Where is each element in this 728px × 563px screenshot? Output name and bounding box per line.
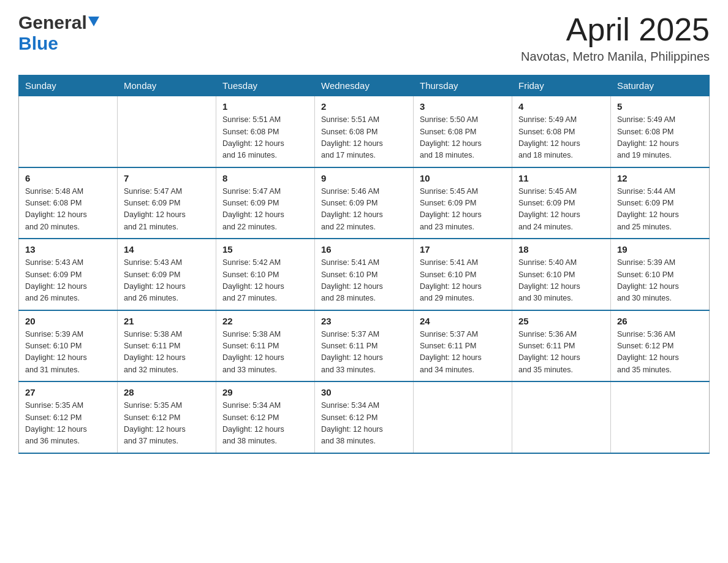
calendar-cell: 7Sunrise: 5:47 AMSunset: 6:09 PMDaylight… (118, 167, 216, 239)
calendar-body: 1Sunrise: 5:51 AMSunset: 6:08 PMDaylight… (19, 96, 710, 453)
calendar-cell (512, 381, 611, 453)
day-number: 29 (222, 387, 308, 397)
day-info: Sunrise: 5:37 AMSunset: 6:11 PMDaylight:… (420, 329, 506, 377)
header-friday: Friday (512, 75, 611, 96)
day-info: Sunrise: 5:38 AMSunset: 6:11 PMDaylight:… (222, 329, 308, 377)
page-subtitle: Navotas, Metro Manila, Philippines (521, 50, 710, 64)
logo-triangle-icon (88, 17, 99, 29)
day-info: Sunrise: 5:34 AMSunset: 6:12 PMDaylight:… (321, 400, 407, 448)
header-thursday: Thursday (414, 75, 512, 96)
page-header: General Blue April 2025 Navotas, Metro M… (18, 12, 710, 64)
day-info: Sunrise: 5:40 AMSunset: 6:10 PMDaylight:… (518, 257, 604, 305)
day-info: Sunrise: 5:46 AMSunset: 6:09 PMDaylight:… (321, 186, 407, 234)
calendar-cell: 18Sunrise: 5:40 AMSunset: 6:10 PMDayligh… (512, 239, 611, 310)
page-title: April 2025 (521, 12, 710, 47)
day-number: 18 (518, 244, 604, 255)
calendar-cell: 22Sunrise: 5:38 AMSunset: 6:11 PMDayligh… (216, 310, 315, 382)
calendar-cell (118, 96, 216, 167)
day-number: 30 (321, 387, 407, 397)
day-info: Sunrise: 5:45 AMSunset: 6:09 PMDaylight:… (420, 186, 506, 234)
calendar-week-4: 20Sunrise: 5:39 AMSunset: 6:10 PMDayligh… (19, 310, 710, 382)
day-number: 22 (222, 316, 308, 326)
day-number: 9 (321, 173, 407, 183)
day-info: Sunrise: 5:35 AMSunset: 6:12 PMDaylight:… (124, 400, 210, 448)
calendar-cell: 28Sunrise: 5:35 AMSunset: 6:12 PMDayligh… (118, 381, 216, 453)
day-info: Sunrise: 5:38 AMSunset: 6:11 PMDaylight:… (124, 329, 210, 377)
day-number: 24 (420, 316, 506, 326)
calendar-cell: 4Sunrise: 5:49 AMSunset: 6:08 PMDaylight… (512, 96, 611, 167)
title-block: April 2025 Navotas, Metro Manila, Philip… (521, 12, 710, 64)
day-number: 25 (518, 316, 604, 326)
calendar-cell (611, 381, 710, 453)
day-number: 23 (321, 316, 407, 326)
calendar-cell: 21Sunrise: 5:38 AMSunset: 6:11 PMDayligh… (118, 310, 216, 382)
day-info: Sunrise: 5:51 AMSunset: 6:08 PMDaylight:… (222, 114, 308, 162)
day-number: 13 (25, 244, 111, 255)
day-info: Sunrise: 5:39 AMSunset: 6:10 PMDaylight:… (25, 329, 111, 377)
day-number: 16 (321, 244, 407, 255)
header-tuesday: Tuesday (216, 75, 315, 96)
calendar-cell: 30Sunrise: 5:34 AMSunset: 6:12 PMDayligh… (315, 381, 414, 453)
day-info: Sunrise: 5:35 AMSunset: 6:12 PMDaylight:… (25, 400, 111, 448)
logo-blue: Blue (18, 33, 58, 53)
calendar-cell: 2Sunrise: 5:51 AMSunset: 6:08 PMDaylight… (315, 96, 414, 167)
day-info: Sunrise: 5:48 AMSunset: 6:08 PMDaylight:… (25, 186, 111, 234)
svg-marker-0 (88, 17, 99, 26)
calendar-cell: 6Sunrise: 5:48 AMSunset: 6:08 PMDaylight… (19, 167, 118, 239)
header-saturday: Saturday (611, 75, 710, 96)
day-info: Sunrise: 5:42 AMSunset: 6:10 PMDaylight:… (222, 257, 308, 305)
day-number: 27 (25, 387, 111, 397)
calendar-cell (414, 381, 512, 453)
day-number: 2 (321, 101, 407, 112)
day-number: 1 (222, 101, 308, 112)
calendar-cell: 29Sunrise: 5:34 AMSunset: 6:12 PMDayligh… (216, 381, 315, 453)
calendar-week-5: 27Sunrise: 5:35 AMSunset: 6:12 PMDayligh… (19, 381, 710, 453)
day-number: 14 (124, 244, 210, 255)
day-info: Sunrise: 5:44 AMSunset: 6:09 PMDaylight:… (617, 186, 703, 234)
calendar-week-2: 6Sunrise: 5:48 AMSunset: 6:08 PMDaylight… (19, 167, 710, 239)
day-number: 6 (25, 173, 111, 183)
calendar-week-1: 1Sunrise: 5:51 AMSunset: 6:08 PMDaylight… (19, 96, 710, 167)
day-number: 10 (420, 173, 506, 183)
day-number: 4 (518, 101, 604, 112)
calendar-cell: 26Sunrise: 5:36 AMSunset: 6:12 PMDayligh… (611, 310, 710, 382)
calendar-cell: 25Sunrise: 5:36 AMSunset: 6:11 PMDayligh… (512, 310, 611, 382)
day-info: Sunrise: 5:49 AMSunset: 6:08 PMDaylight:… (617, 114, 703, 162)
day-number: 26 (617, 316, 703, 326)
day-number: 11 (518, 173, 604, 183)
day-number: 17 (420, 244, 506, 255)
calendar-cell: 11Sunrise: 5:45 AMSunset: 6:09 PMDayligh… (512, 167, 611, 239)
day-info: Sunrise: 5:36 AMSunset: 6:12 PMDaylight:… (617, 329, 703, 377)
day-number: 7 (124, 173, 210, 183)
day-info: Sunrise: 5:49 AMSunset: 6:08 PMDaylight:… (518, 114, 604, 162)
day-number: 21 (124, 316, 210, 326)
day-info: Sunrise: 5:34 AMSunset: 6:12 PMDaylight:… (222, 400, 308, 448)
calendar-cell: 24Sunrise: 5:37 AMSunset: 6:11 PMDayligh… (414, 310, 512, 382)
calendar-cell: 17Sunrise: 5:41 AMSunset: 6:10 PMDayligh… (414, 239, 512, 310)
calendar-cell: 10Sunrise: 5:45 AMSunset: 6:09 PMDayligh… (414, 167, 512, 239)
day-number: 15 (222, 244, 308, 255)
calendar-cell (19, 96, 118, 167)
calendar-cell: 16Sunrise: 5:41 AMSunset: 6:10 PMDayligh… (315, 239, 414, 310)
day-number: 5 (617, 101, 703, 112)
calendar-cell: 27Sunrise: 5:35 AMSunset: 6:12 PMDayligh… (19, 381, 118, 453)
header-monday: Monday (118, 75, 216, 96)
calendar-cell: 5Sunrise: 5:49 AMSunset: 6:08 PMDaylight… (611, 96, 710, 167)
calendar-cell: 13Sunrise: 5:43 AMSunset: 6:09 PMDayligh… (19, 239, 118, 310)
header-wednesday: Wednesday (315, 75, 414, 96)
calendar-cell: 14Sunrise: 5:43 AMSunset: 6:09 PMDayligh… (118, 239, 216, 310)
calendar-cell: 3Sunrise: 5:50 AMSunset: 6:08 PMDaylight… (414, 96, 512, 167)
day-info: Sunrise: 5:47 AMSunset: 6:09 PMDaylight:… (222, 186, 308, 234)
day-info: Sunrise: 5:43 AMSunset: 6:09 PMDaylight:… (25, 257, 111, 305)
day-info: Sunrise: 5:43 AMSunset: 6:09 PMDaylight:… (124, 257, 210, 305)
day-info: Sunrise: 5:36 AMSunset: 6:11 PMDaylight:… (518, 329, 604, 377)
day-info: Sunrise: 5:37 AMSunset: 6:11 PMDaylight:… (321, 329, 407, 377)
calendar-week-3: 13Sunrise: 5:43 AMSunset: 6:09 PMDayligh… (19, 239, 710, 310)
calendar-table: Sunday Monday Tuesday Wednesday Thursday… (18, 75, 710, 454)
logo: General Blue (18, 12, 99, 54)
day-number: 3 (420, 101, 506, 112)
day-info: Sunrise: 5:50 AMSunset: 6:08 PMDaylight:… (420, 114, 506, 162)
day-number: 20 (25, 316, 111, 326)
calendar-cell: 8Sunrise: 5:47 AMSunset: 6:09 PMDaylight… (216, 167, 315, 239)
calendar-cell: 19Sunrise: 5:39 AMSunset: 6:10 PMDayligh… (611, 239, 710, 310)
